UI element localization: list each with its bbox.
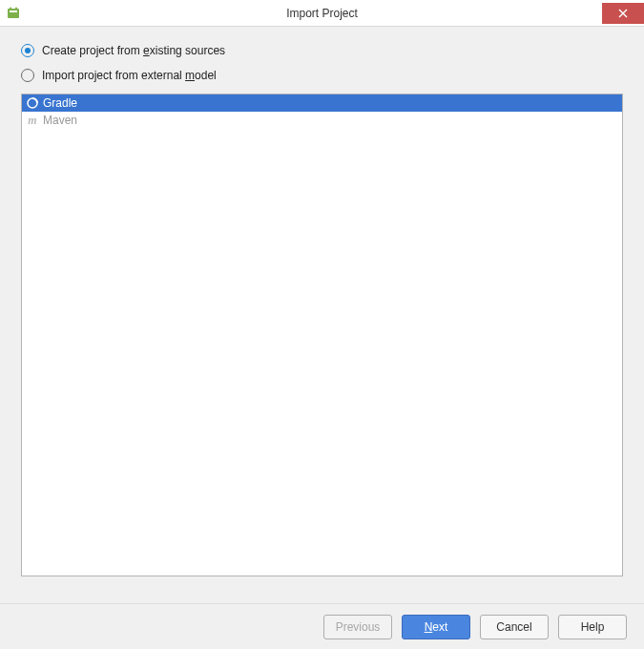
gradle-icon (26, 96, 39, 110)
help-button[interactable]: Help (558, 615, 627, 639)
list-item-label: Gradle (43, 96, 77, 110)
app-icon (4, 4, 23, 23)
cancel-button[interactable]: Cancel (480, 615, 549, 639)
svg-point-2 (10, 7, 11, 9)
svg-rect-0 (8, 9, 19, 18)
titlebar: Import Project (0, 0, 644, 27)
list-item-maven[interactable]: m Maven (22, 112, 622, 129)
previous-button: Previous (323, 615, 392, 639)
radio-indicator (21, 44, 34, 57)
dialog-content: Create project from existing sources Imp… (0, 27, 644, 603)
model-list[interactable]: Gradle m Maven (21, 94, 623, 576)
radio-label: Create project from existing sources (42, 44, 225, 57)
radio-label: Import project from external model (42, 69, 217, 82)
maven-icon: m (26, 114, 39, 127)
close-icon (618, 9, 628, 18)
window-title: Import Project (0, 7, 644, 20)
list-item-gradle[interactable]: Gradle (22, 94, 622, 112)
radio-indicator (21, 69, 34, 82)
radio-import-external-model[interactable]: Import project from external model (21, 69, 623, 82)
radio-create-from-existing[interactable]: Create project from existing sources (21, 44, 623, 57)
svg-point-3 (15, 7, 17, 9)
list-item-label: Maven (43, 114, 77, 127)
button-bar: Previous Next Cancel Help (0, 603, 644, 649)
next-button[interactable]: Next (402, 615, 470, 639)
close-button[interactable] (602, 3, 644, 24)
svg-rect-1 (10, 10, 17, 12)
